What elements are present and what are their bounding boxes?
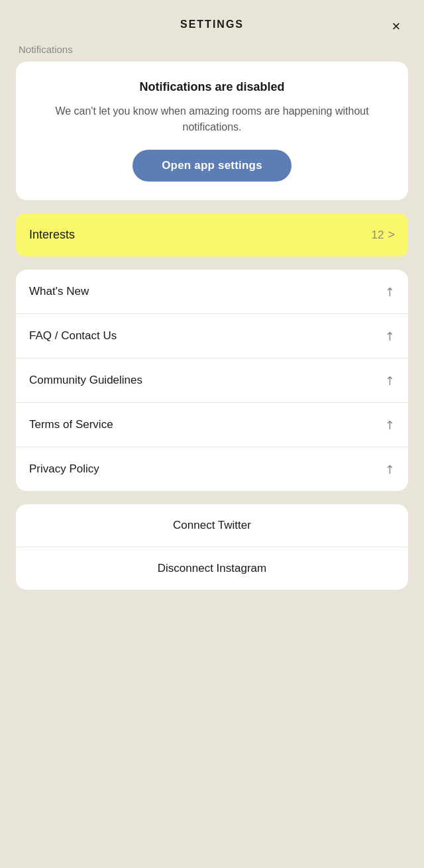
close-button[interactable]: ×	[384, 10, 408, 34]
connect-label: Connect Twitter	[173, 519, 251, 532]
interests-count: 12	[372, 229, 384, 242]
external-link-icon: ↗	[381, 461, 398, 478]
link-label: Privacy Policy	[29, 462, 99, 476]
link-label: FAQ / Contact Us	[29, 329, 117, 343]
notifications-body: We can't let you know when amazing rooms…	[32, 103, 392, 135]
external-link-icon: ↗	[381, 283, 398, 300]
external-link-icon: ↗	[381, 416, 398, 433]
chevron-right-icon: >	[388, 228, 395, 242]
link-row[interactable]: Community Guidelines↗	[16, 358, 408, 403]
links-card: What's New↗FAQ / Contact Us↗Community Gu…	[16, 270, 408, 491]
connect-row[interactable]: Disconnect Instagram	[16, 547, 408, 590]
connect-row[interactable]: Connect Twitter	[16, 504, 408, 547]
page-title: SETTINGS	[180, 19, 244, 30]
link-row[interactable]: What's New↗	[16, 270, 408, 314]
interests-label: Interests	[29, 228, 75, 242]
notifications-section-label: Notifications	[16, 44, 408, 55]
link-label: Terms of Service	[29, 418, 113, 431]
header: SETTINGS ×	[16, 0, 408, 44]
link-row[interactable]: Terms of Service↗	[16, 403, 408, 447]
link-row[interactable]: Privacy Policy↗	[16, 447, 408, 491]
link-label: Community Guidelines	[29, 374, 142, 387]
notifications-card: Notifications are disabled We can't let …	[16, 62, 408, 200]
connect-label: Disconnect Instagram	[158, 562, 266, 575]
open-app-settings-button[interactable]: Open app settings	[132, 150, 292, 182]
link-row[interactable]: FAQ / Contact Us↗	[16, 314, 408, 358]
link-label: What's New	[29, 285, 89, 298]
interests-row[interactable]: Interests 12 >	[16, 213, 408, 256]
notifications-title: Notifications are disabled	[32, 80, 392, 94]
external-link-icon: ↗	[381, 372, 398, 389]
settings-page: SETTINGS × Notifications Notifications a…	[0, 0, 424, 616]
external-link-icon: ↗	[381, 327, 398, 345]
connect-card: Connect TwitterDisconnect Instagram	[16, 504, 408, 590]
interests-right: 12 >	[372, 228, 395, 242]
